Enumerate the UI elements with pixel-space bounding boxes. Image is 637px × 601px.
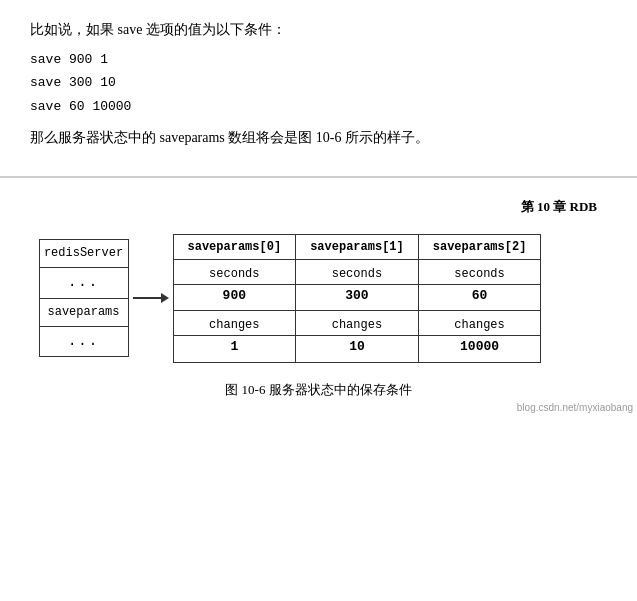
code-line-1: save 900 1 <box>30 48 607 71</box>
chapter-header: 第 10 章 RDB <box>30 188 607 234</box>
redis-saveparams-label: saveparams <box>40 299 128 327</box>
arrow-line <box>133 297 161 299</box>
seconds-value-row: 900 300 60 <box>173 284 541 311</box>
top-section: 比如说，如果 save 选项的值为以下条件： save 900 1 save 3… <box>0 0 637 160</box>
code-line-2: save 300 10 <box>30 71 607 94</box>
redis-server-box: redisServer ... saveparams ... <box>39 239 129 357</box>
page: 比如说，如果 save 选项的值为以下条件： save 900 1 save 3… <box>0 0 637 601</box>
seconds-label-0: seconds <box>173 259 296 284</box>
watermark: blog.csdn.net/myxiaobang <box>517 402 633 413</box>
summary-text: 那么服务器状态中的 saveparams 数组将会是图 10-6 所示的样子。 <box>30 126 607 150</box>
changes-label-1: changes <box>296 311 419 336</box>
saveparams-table: saveparams[0] saveparams[1] saveparams[2… <box>173 234 542 363</box>
seconds-val-2: 60 <box>418 284 541 311</box>
col-header-0: saveparams[0] <box>173 234 296 259</box>
figure-caption: 图 10-6 服务器状态中的保存条件 <box>30 381 607 399</box>
redis-dots-2: ... <box>40 327 128 357</box>
changes-val-0: 1 <box>173 336 296 363</box>
code-line-3: save 60 10000 <box>30 95 607 118</box>
changes-label-2: changes <box>418 311 541 336</box>
changes-label-0: changes <box>173 311 296 336</box>
code-block: save 900 1 save 300 10 save 60 10000 <box>30 48 607 118</box>
table-header-row: saveparams[0] saveparams[1] saveparams[2… <box>173 234 541 259</box>
redis-server-label: redisServer <box>40 240 128 268</box>
seconds-label-1: seconds <box>296 259 419 284</box>
redis-dots-1: ... <box>40 268 128 299</box>
diagram: redisServer ... saveparams ... saveparam… <box>39 234 599 363</box>
arrow-container <box>133 293 169 303</box>
seconds-val-0: 900 <box>173 284 296 311</box>
seconds-val-1: 300 <box>296 284 419 311</box>
changes-label-row: changes changes changes <box>173 311 541 336</box>
changes-value-row: 1 10 10000 <box>173 336 541 363</box>
changes-val-2: 10000 <box>418 336 541 363</box>
arrow-head <box>161 293 169 303</box>
intro-text: 比如说，如果 save 选项的值为以下条件： <box>30 18 607 42</box>
col-header-2: saveparams[2] <box>418 234 541 259</box>
bottom-section: 第 10 章 RDB redisServer ... saveparams ..… <box>0 178 637 415</box>
col-header-1: saveparams[1] <box>296 234 419 259</box>
changes-val-1: 10 <box>296 336 419 363</box>
arrow <box>133 293 169 303</box>
seconds-label-2: seconds <box>418 259 541 284</box>
seconds-label-row: seconds seconds seconds <box>173 259 541 284</box>
